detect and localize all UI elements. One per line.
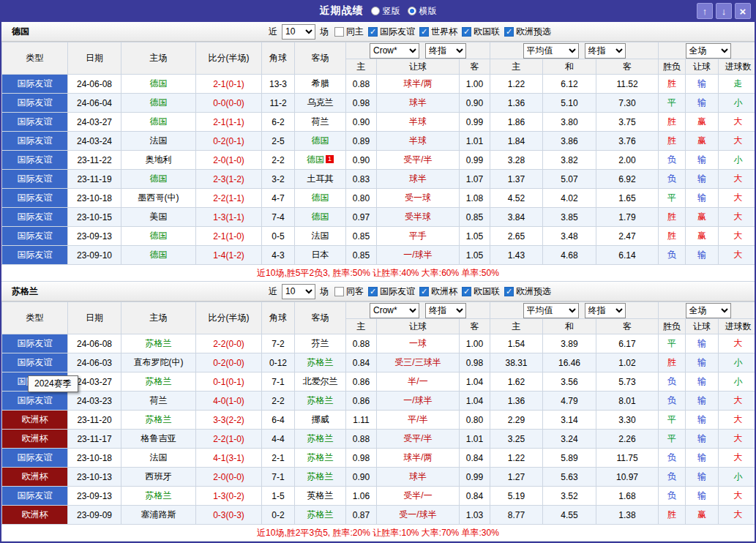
checkbox-icon[interactable] bbox=[419, 287, 429, 296]
result-goals: 大 bbox=[719, 487, 756, 506]
filter-同客[interactable]: 同客 bbox=[334, 285, 364, 298]
asian-handicap: 受一球 bbox=[377, 189, 460, 208]
result-wdl: 胜 bbox=[659, 506, 686, 525]
close-button[interactable]: × bbox=[735, 3, 751, 19]
result-wdl: 胜 bbox=[659, 353, 686, 372]
match-row: 国际友谊23-10-18法国4-1(3-1)2-1苏格兰0.98球半/两0.84… bbox=[2, 449, 756, 468]
match-count-select[interactable]: 10 bbox=[282, 24, 315, 40]
asian-handicap: 受平/半 bbox=[377, 151, 460, 170]
euro-draw-odds: 4.55 bbox=[543, 506, 596, 525]
result-wdl: 负 bbox=[659, 392, 686, 411]
away-team-cell: 苏格兰 bbox=[295, 353, 346, 372]
checkbox-icon[interactable] bbox=[334, 287, 344, 296]
col-header-goals: 进球数 bbox=[719, 59, 756, 75]
asian-handicap: 半/一 bbox=[377, 372, 460, 392]
result-goals: 小 bbox=[719, 468, 756, 487]
col-header-asian-home: 主 bbox=[346, 319, 377, 334]
match-date: 23-09-13 bbox=[68, 487, 121, 506]
euro-away-odds: 3.30 bbox=[596, 411, 659, 430]
home-team-name: 苏格兰 bbox=[146, 376, 172, 386]
away-team-name: 荷兰 bbox=[312, 116, 329, 127]
filter-同主[interactable]: 同主 bbox=[334, 26, 364, 38]
euro-draw-odds: 4.02 bbox=[543, 189, 596, 208]
result-wdl: 负 bbox=[659, 487, 686, 506]
filter-欧洲预选[interactable]: 欧洲预选 bbox=[504, 285, 551, 298]
match-row: 国际友谊23-09-13德国2-1(1-0)0-5法国0.85平手1.052.6… bbox=[2, 227, 756, 246]
euro-home-odds: 1.27 bbox=[490, 468, 543, 487]
score-cell: 1-3(1-1) bbox=[196, 208, 262, 227]
score-cell: 1-3(0-2) bbox=[196, 487, 262, 506]
scope-select[interactable]: 全场 bbox=[686, 303, 731, 318]
home-team-name: 德国 bbox=[150, 116, 168, 127]
asian-home-odds: 0.87 bbox=[346, 506, 377, 525]
filter-世界杯[interactable]: 世界杯 bbox=[419, 26, 457, 38]
filter-欧国联[interactable]: 欧国联 bbox=[462, 285, 500, 298]
away-team-name: 苏格兰 bbox=[307, 509, 334, 520]
checkbox-icon[interactable] bbox=[419, 27, 429, 37]
col-header-euro-home: 主 bbox=[490, 59, 543, 75]
checkbox-icon[interactable] bbox=[334, 27, 344, 37]
results-table-scotland: 类型日期主场比分(半场)角球客场Crow*终指平均值终指全场主让球客主和客胜负让… bbox=[1, 302, 756, 525]
checkbox-label: 欧国联 bbox=[474, 285, 500, 298]
filter-欧国联[interactable]: 欧国联 bbox=[462, 26, 500, 38]
checkbox-icon[interactable] bbox=[462, 287, 471, 296]
summary-scotland: 近10场,胜2平3负5, 胜率:20% 让胜率:10% 大率:70% 单率:30… bbox=[1, 525, 755, 542]
filter-欧洲杯[interactable]: 欧洲杯 bbox=[419, 285, 457, 298]
home-team-cell: 德国 bbox=[121, 75, 196, 94]
euro-away-odds: 5.73 bbox=[596, 372, 659, 392]
match-type: 欧洲杯 bbox=[2, 430, 68, 449]
asian-home-odds: 0.90 bbox=[346, 468, 377, 487]
filter-国际友谊[interactable]: 国际友谊 bbox=[368, 285, 415, 298]
euro-home-odds: 1.86 bbox=[490, 113, 543, 132]
filter-欧洲预选[interactable]: 欧洲预选 bbox=[504, 26, 551, 38]
asian-time-select[interactable]: 终指 bbox=[425, 303, 466, 318]
checkbox-icon[interactable] bbox=[368, 287, 378, 296]
away-team-cell: 芬兰 bbox=[295, 334, 346, 353]
away-team-name: 苏格兰 bbox=[307, 452, 334, 463]
euro-home-odds: 1.36 bbox=[490, 392, 543, 411]
move-up-button[interactable]: ↑ bbox=[697, 3, 713, 19]
radio-icon[interactable] bbox=[408, 7, 416, 15]
near-label: 近 bbox=[269, 285, 277, 298]
away-team-cell: 北爱尔兰 bbox=[295, 372, 346, 392]
radio-label-vertical: 竖版 bbox=[383, 5, 400, 18]
result-wdl: 胜 bbox=[659, 75, 686, 94]
filter-国际友谊[interactable]: 国际友谊 bbox=[368, 26, 415, 38]
move-down-button[interactable]: ↓ bbox=[716, 3, 732, 19]
asian-handicap: 半球 bbox=[377, 132, 460, 151]
match-count-select[interactable]: 10 bbox=[282, 284, 315, 299]
away-team-cell: 英格兰 bbox=[295, 487, 346, 506]
match-row: 国际友谊23-09-13苏格兰1-3(0-2)1-5英格兰1.06受半/一0.8… bbox=[2, 487, 756, 506]
layout-radio-horizontal[interactable]: 横版 bbox=[408, 5, 437, 18]
result-goals: 大 bbox=[719, 227, 756, 246]
euro-time-select[interactable]: 终指 bbox=[585, 303, 626, 318]
asian-handicap: 球半/两 bbox=[377, 449, 460, 468]
bookmaker-select[interactable]: Crow* bbox=[370, 303, 419, 318]
checkbox-label: 国际友谊 bbox=[380, 285, 415, 298]
euro-odds-selects: 平均值终指 bbox=[490, 42, 659, 59]
checkbox-icon[interactable] bbox=[504, 27, 514, 37]
match-row: 国际友谊23-09-10德国1-4(1-2)4-3日本0.85一/球半1.051… bbox=[2, 246, 756, 265]
radio-icon[interactable] bbox=[371, 7, 380, 15]
bookmaker-select[interactable]: Crow* bbox=[370, 43, 419, 59]
euro-time-select[interactable]: 终指 bbox=[585, 43, 626, 59]
euro-source-select[interactable]: 平均值 bbox=[523, 43, 579, 59]
score-cell: 2-1(1-1) bbox=[196, 113, 262, 132]
asian-away-odds: 1.01 bbox=[460, 132, 490, 151]
checkbox-icon[interactable] bbox=[462, 27, 471, 37]
match-date: 24-06-04 bbox=[68, 94, 121, 113]
euro-source-select[interactable]: 平均值 bbox=[523, 303, 579, 318]
home-team-cell: 德国 bbox=[121, 227, 196, 246]
scope-select[interactable]: 全场 bbox=[686, 43, 731, 59]
asian-time-select[interactable]: 终指 bbox=[425, 43, 466, 59]
result-goals: 走 bbox=[719, 75, 756, 94]
checkbox-icon[interactable] bbox=[368, 27, 378, 37]
result-wdl: 平 bbox=[659, 430, 686, 449]
games-label: 场 bbox=[320, 285, 329, 298]
result-wdl: 平 bbox=[659, 94, 686, 113]
result-handicap: 赢 bbox=[686, 208, 719, 227]
result-handicap: 输 bbox=[686, 94, 719, 113]
euro-away-odds: 7.30 bbox=[596, 94, 659, 113]
checkbox-icon[interactable] bbox=[504, 287, 514, 296]
layout-radio-vertical[interactable]: 竖版 bbox=[371, 5, 400, 18]
